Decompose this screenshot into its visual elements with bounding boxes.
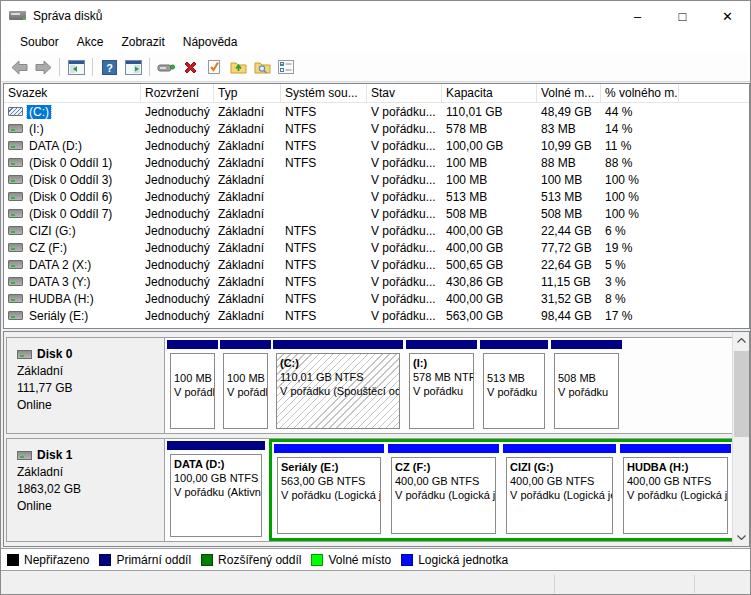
disk-info-panel[interactable]: Disk 0Základní111,77 GBOnline [7, 338, 165, 433]
partition[interactable]: 513 MBV pořádku [480, 340, 548, 431]
volume-name-cell[interactable]: (I:) [4, 122, 141, 136]
disk-info-panel[interactable]: Disk 1Základní1863,02 GBOnline [7, 439, 165, 541]
filesystem-cell: NTFS [281, 258, 367, 272]
extended-partition[interactable]: Seriály (E:)563,00 GB NTFSV pořádku (Log… [269, 439, 736, 541]
action-pane-icon[interactable] [121, 55, 145, 79]
volume-row[interactable]: (C:)JednoduchýZákladníNTFSV pořádku...11… [4, 103, 749, 120]
legend-label: Logická jednotka [418, 553, 508, 567]
volume-row[interactable]: DATA (D:)JednoduchýZákladníNTFSV pořádku… [4, 137, 749, 154]
volume-icon [8, 209, 23, 218]
volume-name-cell[interactable]: (Disk 0 Oddíl 1) [4, 156, 141, 170]
volume-name-cell[interactable]: DATA (D:) [4, 139, 141, 153]
minimize-button[interactable]: – [615, 1, 660, 31]
disk-type: Základní [17, 464, 164, 481]
menu-npovda[interactable]: Nápověda [174, 33, 247, 51]
volume-name-cell[interactable]: DATA 2 (X:) [4, 258, 141, 272]
volume-label: (I:) [27, 122, 46, 136]
legend-color-swatch [401, 554, 413, 566]
close-button[interactable]: ✕ [705, 1, 750, 31]
menu-akce[interactable]: Akce [68, 33, 113, 51]
explore-icon[interactable] [250, 55, 274, 79]
volume-name-cell[interactable]: Seriály (E:) [4, 309, 141, 323]
free-space-cell: 513 MB [537, 190, 601, 204]
volume-icon [8, 311, 23, 320]
volume-icon [8, 277, 23, 286]
volume-row[interactable]: CIZI (G:)JednoduchýZákladníNTFSV pořádku… [4, 222, 749, 239]
disk-partition-strip: DATA (D:)100,00 GB NTFSV pořádku (Aktivn… [165, 439, 734, 541]
back-icon[interactable] [7, 55, 31, 79]
column-header[interactable]: Kapacita [442, 84, 537, 102]
logical-partition[interactable]: CZ (F:)400,00 GB NTFSV pořádku (Logická … [388, 444, 499, 536]
menu-soubor[interactable]: Soubor [11, 33, 68, 51]
partition-status: V pořádku (Aktivní, Primární oddíl) [174, 485, 258, 499]
partition[interactable]: 508 MBV pořádku [551, 340, 622, 431]
partition-body: CIZI (G:)400,00 GB NTFSV pořádku (Logick… [506, 457, 613, 534]
column-header[interactable]: Stav [367, 84, 442, 102]
help-icon[interactable]: ? [97, 55, 121, 79]
layout-cell: Jednoduchý [141, 309, 214, 323]
logical-partition[interactable]: CIZI (G:)400,00 GB NTFSV pořádku (Logick… [503, 444, 616, 536]
volume-row[interactable]: (I:)JednoduchýZákladníNTFSV pořádku...57… [4, 120, 749, 137]
volume-row[interactable]: (Disk 0 Oddíl 1)JednoduchýZákladníNTFSV … [4, 154, 749, 171]
scroll-up-icon[interactable] [733, 332, 750, 349]
free-space-cell: 508 MB [537, 207, 601, 221]
free-percent-cell: 17 % [601, 309, 679, 323]
maximize-button[interactable]: □ [660, 1, 705, 31]
delete-icon[interactable] [178, 55, 202, 79]
partition[interactable]: (I:)578 MB NTFSV pořádku [406, 340, 477, 431]
volume-row[interactable]: (Disk 0 Oddíl 6)JednoduchýZákladníV pořá… [4, 188, 749, 205]
volume-row[interactable]: Seriály (E:)JednoduchýZákladníNTFSV pořá… [4, 307, 749, 324]
status-bar [1, 572, 750, 595]
column-header[interactable]: Typ [214, 84, 281, 102]
console-tree-icon[interactable] [64, 55, 88, 79]
volume-name-cell[interactable]: (Disk 0 Oddíl 6) [4, 190, 141, 204]
capacity-cell: 100 MB [442, 173, 537, 187]
partition-size: 508 MB [558, 371, 615, 385]
volume-name-cell[interactable]: (Disk 0 Oddíl 7) [4, 207, 141, 221]
volume-name-cell[interactable]: CZ (F:) [4, 241, 141, 255]
volume-row[interactable]: CZ (F:)JednoduchýZákladníNTFSV pořádku..… [4, 239, 749, 256]
filesystem-cell: NTFS [281, 224, 367, 238]
volume-row[interactable]: DATA 2 (X:)JednoduchýZákladníNTFSV pořád… [4, 256, 749, 273]
column-header[interactable]: Rozvržení [141, 84, 214, 102]
volume-row[interactable]: DATA 3 (Y:)JednoduchýZákladníNTFSV pořád… [4, 273, 749, 290]
column-header[interactable]: Volné m... [537, 84, 601, 102]
volume-row[interactable]: HUDBA (H:)JednoduchýZákladníNTFSV pořádk… [4, 290, 749, 307]
graph-scrollbar[interactable] [732, 332, 749, 546]
column-header[interactable]: Svazek [4, 84, 141, 102]
legend-label: Nepřiřazeno [24, 553, 89, 567]
logical-partition[interactable]: Seriály (E:)563,00 GB NTFSV pořádku (Log… [274, 444, 384, 536]
legend-item: Nepřiřazeno [7, 553, 89, 567]
volume-name-cell[interactable]: DATA 3 (Y:) [4, 275, 141, 289]
filesystem-cell: NTFS [281, 139, 367, 153]
partition-size: 110,01 GB NTFS [280, 370, 396, 384]
volume-name-cell[interactable]: (Disk 0 Oddíl 3) [4, 173, 141, 187]
statusbar-divider [554, 575, 555, 593]
properties-icon[interactable] [274, 55, 298, 79]
disk-icon [17, 451, 32, 460]
drive-tool-icon[interactable] [154, 55, 178, 79]
partition-size: 100 MB [227, 371, 264, 385]
partition[interactable]: DATA (D:)100,00 GB NTFSV pořádku (Aktivn… [167, 441, 265, 539]
volume-name-cell[interactable]: (C:) [4, 105, 141, 119]
folder-up-icon[interactable] [226, 55, 250, 79]
disk-size: 1863,02 GB [17, 481, 164, 498]
column-header[interactable]: % volného m... [601, 84, 679, 102]
volume-icon [8, 141, 23, 150]
logical-partition[interactable]: HUDBA (H:)400,00 GB NTFSV pořádku (Logic… [620, 444, 731, 536]
legend-color-swatch [201, 554, 213, 566]
volume-name-cell[interactable]: HUDBA (H:) [4, 292, 141, 306]
partition[interactable]: (C:)110,01 GB NTFSV pořádku (Spouštěcí o… [273, 340, 403, 431]
partition[interactable]: 100 MBV pořádku [220, 340, 271, 431]
partition-size: 100,00 GB NTFS [174, 471, 258, 485]
task-check-icon[interactable] [202, 55, 226, 79]
partition[interactable]: 100 MBV pořádku [167, 340, 218, 431]
volume-row[interactable]: (Disk 0 Oddíl 7)JednoduchýZákladníV pořá… [4, 205, 749, 222]
forward-icon[interactable] [31, 55, 55, 79]
menu-zobrazit[interactable]: Zobrazit [112, 33, 173, 51]
volume-row[interactable]: (Disk 0 Oddíl 3)JednoduchýZákladníV pořá… [4, 171, 749, 188]
volume-name-cell[interactable]: CIZI (G:) [4, 224, 141, 238]
column-header[interactable]: Systém sou... [281, 84, 367, 102]
scroll-down-icon[interactable] [733, 529, 750, 546]
scrollbar-thumb[interactable] [734, 351, 749, 437]
